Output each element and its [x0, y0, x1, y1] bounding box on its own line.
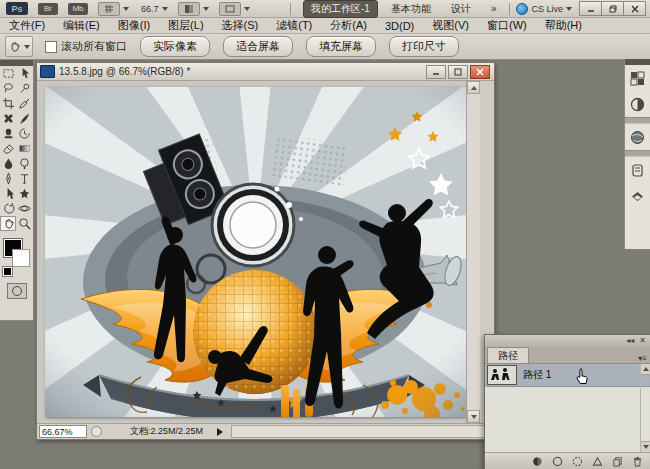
dodge-tool[interactable] [16, 156, 32, 171]
dock-group-divider [625, 117, 650, 124]
close-button[interactable] [623, 1, 646, 16]
masks-panel-icon[interactable] [625, 183, 650, 209]
paths-scroll-down-icon[interactable] [641, 441, 650, 452]
menu-analysis[interactable]: 分析(A) [321, 18, 376, 33]
fit-screen-button[interactable]: 适合屏幕 [223, 36, 293, 57]
screen-mode-icon[interactable] [219, 2, 241, 16]
workspace-button-essentials[interactable]: 基本功能 [384, 1, 438, 17]
canvas-artwork[interactable] [45, 87, 469, 417]
cs-live-button[interactable]: CS Live [516, 3, 572, 15]
quick-mask-button[interactable] [7, 283, 27, 299]
arrange-documents-icon[interactable] [178, 2, 200, 16]
lasso-tool[interactable] [0, 81, 16, 96]
background-color-swatch[interactable] [12, 249, 30, 267]
actual-pixels-button[interactable]: 实际像素 [140, 36, 210, 57]
paths-scroll-up-icon[interactable] [641, 364, 650, 375]
stroke-path-icon[interactable] [552, 456, 563, 467]
screen-mode-dropdown-icon[interactable] [244, 7, 250, 11]
custom-shape-tool[interactable] [16, 186, 32, 201]
workspace-button-my-workspace[interactable]: 我的工作区-1 [303, 0, 378, 18]
rectangular-marquee-tool[interactable] [0, 66, 16, 81]
paths-tab[interactable]: 路径 [487, 347, 529, 363]
bridge-icon[interactable]: Br [38, 3, 58, 15]
clone-stamp-tool[interactable] [0, 126, 16, 141]
3d-panel-icon[interactable] [625, 124, 650, 150]
fill-screen-button[interactable]: 填充屏幕 [306, 36, 376, 57]
fill-path-icon[interactable] [532, 456, 543, 467]
restore-button[interactable] [601, 1, 624, 16]
gradient-tool[interactable] [16, 141, 32, 156]
arrange-documents-dropdown-icon[interactable] [203, 7, 209, 11]
mini-bridge-icon[interactable]: Mb [68, 3, 88, 15]
pen-tool[interactable] [0, 171, 16, 186]
divider [509, 3, 510, 15]
zoom-tool[interactable] [16, 216, 32, 231]
document-close-button[interactable] [470, 65, 490, 79]
paths-panel-tabs: 路径 ▾≡ [485, 347, 650, 364]
type-tool[interactable] [16, 171, 32, 186]
panel-close-icon[interactable]: ✕ [639, 337, 646, 345]
blur-tool[interactable] [0, 156, 16, 171]
menu-edit[interactable]: 编辑(E) [54, 18, 109, 33]
current-tool-hand-icon[interactable] [5, 36, 33, 57]
tool-preset-dropdown-icon[interactable] [24, 45, 30, 49]
panel-menu-icon[interactable]: ▾≡ [638, 354, 647, 363]
menu-window[interactable]: 窗口(W) [478, 18, 536, 33]
adjustments-panel-icon[interactable] [625, 91, 650, 117]
document-canvas-area[interactable] [37, 81, 480, 423]
delete-path-icon[interactable] [632, 456, 643, 467]
eyedropper-tool[interactable] [16, 96, 32, 111]
print-size-button[interactable]: 打印尺寸 [389, 36, 459, 57]
cs-live-dropdown-icon[interactable] [566, 7, 572, 11]
menu-select[interactable]: 选择(S) [213, 18, 268, 33]
path-row-1[interactable]: 路径 1 [485, 364, 650, 387]
menu-file[interactable]: 文件(F) [0, 18, 54, 33]
quick-mask-icon [12, 286, 22, 296]
quick-selection-tool[interactable] [16, 81, 32, 96]
view-extras-icon[interactable] [98, 2, 120, 16]
workspace-button-design[interactable]: 设计 [444, 1, 478, 17]
hand-tool[interactable] [0, 216, 16, 231]
menu-image[interactable]: 图像(I) [109, 18, 159, 33]
eraser-tool[interactable] [0, 141, 16, 156]
document-maximize-button[interactable] [448, 65, 468, 79]
paths-panel-header[interactable]: ◂◂ ✕ [485, 335, 650, 347]
menu-filter[interactable]: 滤镜(T) [267, 18, 321, 33]
workspace-overflow-button[interactable]: » [484, 2, 504, 15]
path-thumbnail[interactable] [487, 365, 517, 385]
minimize-button[interactable] [579, 1, 602, 16]
menu-help[interactable]: 帮助(H) [536, 18, 591, 33]
document-title-bar[interactable]: 13.5.8.jpg @ 66.7%(RGB/8) * [37, 63, 494, 81]
collapse-to-icons-icon[interactable]: ◂◂ [626, 337, 634, 345]
menu-3d[interactable]: 3D(D) [376, 20, 423, 32]
document-minimize-button[interactable] [426, 65, 446, 79]
notes-panel-icon[interactable] [625, 157, 650, 183]
3d-orbit-tool[interactable] [16, 201, 32, 216]
channels-panel-icon[interactable] [625, 65, 650, 91]
make-work-path-icon[interactable] [592, 456, 603, 467]
status-zoom-field[interactable]: 66.67% [39, 425, 87, 438]
document-status-bar: 66.67% 文档:2.25M/2.25M [37, 423, 494, 439]
menu-layer[interactable]: 图层(L) [159, 18, 212, 33]
menu-view[interactable]: 视图(V) [423, 18, 478, 33]
crop-tool[interactable] [0, 96, 16, 111]
scroll-up-arrow[interactable] [467, 81, 480, 94]
move-tool[interactable] [16, 66, 32, 81]
load-path-as-selection-icon[interactable] [572, 456, 583, 467]
new-path-icon[interactable] [612, 456, 623, 467]
default-colors-icon[interactable] [3, 267, 12, 276]
history-brush-tool[interactable] [16, 126, 32, 141]
scroll-all-windows-checkbox[interactable] [45, 41, 57, 53]
zoom-level-value[interactable]: 66.7 [141, 4, 159, 14]
vertical-scrollbar[interactable] [466, 81, 480, 423]
view-extras-dropdown-icon[interactable] [123, 7, 129, 11]
path-selection-tool[interactable] [0, 186, 16, 201]
zoom-dropdown-icon[interactable] [162, 7, 168, 11]
paths-scrollbar[interactable] [640, 364, 650, 452]
brush-tool[interactable] [16, 111, 32, 126]
zoom-level-field[interactable]: 66.7 [141, 4, 168, 14]
scroll-down-arrow[interactable] [467, 410, 480, 423]
status-flyout-arrow-icon[interactable] [217, 428, 223, 436]
healing-brush-tool[interactable] [0, 111, 16, 126]
3d-rotate-tool[interactable] [0, 201, 16, 216]
